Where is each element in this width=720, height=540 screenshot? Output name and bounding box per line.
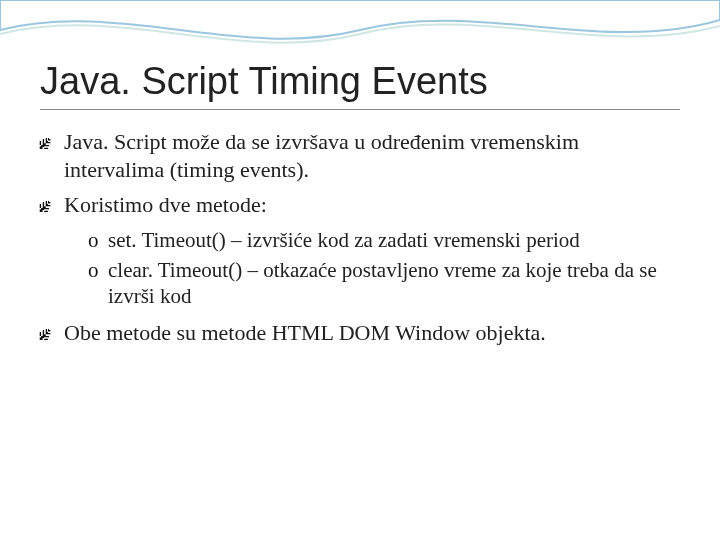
bullet-text: Java. Script može da se izvršava u određ…: [64, 128, 680, 183]
bullet-text: set. Timeout() – izvršiće kod za zadati …: [108, 227, 680, 253]
bullet-level1: ⸙ Obe metode su metode HTML DOM Window o…: [40, 319, 680, 347]
bullet-level1: ⸙ Java. Script može da se izvršava u odr…: [40, 128, 680, 183]
bullet-level1: ⸙ Koristimo dve metode:: [40, 191, 680, 219]
bullet-level2: o set. Timeout() – izvršiće kod za zadat…: [88, 227, 680, 253]
curl-bullet-icon: ⸙: [40, 191, 64, 219]
sub-bullet-list: o set. Timeout() – izvršiće kod za zadat…: [88, 227, 680, 310]
slide-content: Java. Script Timing Events ⸙ Java. Scrip…: [0, 0, 720, 347]
bullet-text: clear. Timeout() – otkazaće postavljeno …: [108, 257, 680, 310]
curl-bullet-icon: ⸙: [40, 319, 64, 347]
o-bullet-icon: o: [88, 257, 108, 310]
slide: Java. Script Timing Events ⸙ Java. Scrip…: [0, 0, 720, 540]
bullet-text: Obe metode su metode HTML DOM Window obj…: [64, 319, 680, 347]
o-bullet-icon: o: [88, 227, 108, 253]
slide-title: Java. Script Timing Events: [40, 60, 680, 110]
bullet-text: Koristimo dve metode:: [64, 191, 680, 219]
curl-bullet-icon: ⸙: [40, 128, 64, 183]
bullet-level2: o clear. Timeout() – otkazaće postavljen…: [88, 257, 680, 310]
slide-body: ⸙ Java. Script može da se izvršava u odr…: [40, 128, 680, 347]
